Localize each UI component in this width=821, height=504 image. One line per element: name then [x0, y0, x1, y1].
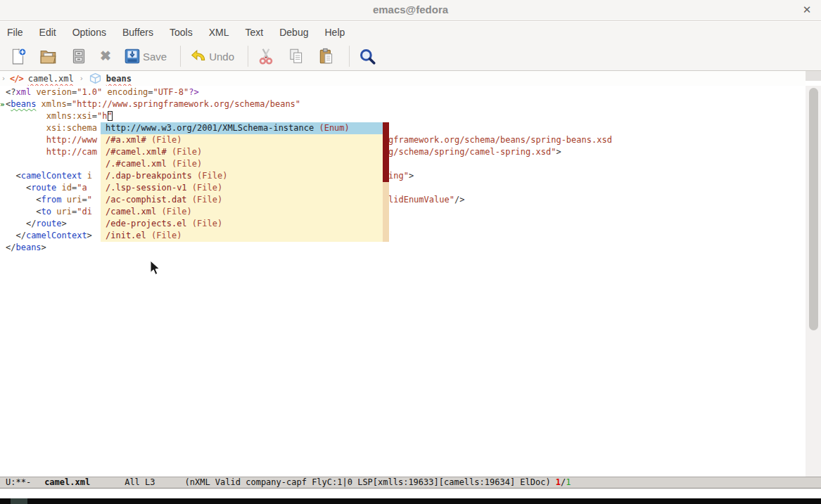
completion-annotation: (File) — [167, 147, 203, 157]
undo-button[interactable]: Undo — [189, 47, 234, 65]
menu-tools[interactable]: Tools — [168, 25, 194, 39]
new-file-icon — [9, 47, 27, 65]
completion-item[interactable]: /.#camel.xml (File) — [101, 158, 389, 170]
code-line: <from uri=" — [6, 194, 92, 206]
search-icon — [358, 47, 376, 65]
paste-icon — [317, 47, 336, 65]
completion-label: /.dap-breakpoints — [106, 171, 192, 181]
open-file-button[interactable] — [39, 47, 58, 65]
text-cursor: " — [108, 111, 113, 121]
popup-scrollbar[interactable] — [383, 122, 389, 242]
breadcrumb: › </> camel.xml › beans — [0, 71, 806, 86]
close-buffer-icon: ✖ — [100, 48, 111, 65]
xml-file-icon: </> — [10, 74, 23, 84]
completion-item[interactable]: /.dap-breakpoints (File) — [101, 170, 389, 182]
modeline: U:**-camel.xmlAll L3(nXML Valid company-… — [0, 477, 821, 489]
completion-label: /ede-projects.el — [106, 219, 187, 228]
completion-annotation: (Enum) — [314, 123, 350, 133]
modeline-count-total: 1 — [566, 477, 571, 487]
breadcrumb-file[interactable]: camel.xml — [28, 74, 74, 84]
code-line: xsi:schema — [6, 122, 97, 134]
completion-annotation: (File) — [192, 171, 228, 181]
completion-label: /.lsp-session-v1 — [106, 183, 187, 193]
completion-item[interactable]: http://www.w3.org/2001/XMLSchema-instanc… — [101, 122, 389, 134]
save-button[interactable]: Save — [123, 47, 167, 65]
toolbar-separator — [180, 46, 181, 67]
menu-help[interactable]: Help — [323, 25, 346, 39]
window-close-icon[interactable]: ✕ — [800, 3, 814, 17]
emacs-window: emacs@fedora ✕ FileEditOptionsBuffersToo… — [0, 0, 821, 504]
desktop-edge — [0, 498, 821, 504]
completion-annotation: (File) — [187, 219, 223, 228]
menu-options[interactable]: Options — [71, 25, 108, 39]
echo-area[interactable] — [0, 489, 821, 498]
completion-label: /#a.xml# — [106, 135, 146, 145]
menu-text[interactable]: Text — [244, 25, 265, 39]
code-line: xmlns:xsi="h" — [6, 110, 113, 122]
completion-annotation: (File) — [146, 135, 182, 145]
toolbar: ✖ Save Undo — [0, 42, 821, 71]
code-fragment: g/schema/spring/camel-spring.xsd"> — [388, 146, 561, 158]
code-line: </beans> — [6, 242, 46, 254]
completion-item[interactable]: /ac-comphist.dat (File) — [101, 194, 389, 206]
cut-button[interactable] — [257, 47, 275, 65]
menu-edit[interactable]: Edit — [38, 25, 58, 39]
completion-item[interactable]: /ede-projects.el (File) — [101, 218, 389, 230]
menu-debug[interactable]: Debug — [278, 25, 310, 39]
completion-item[interactable]: /camel.xml (File) — [101, 206, 389, 218]
fringe-continuation-icon: » — [0, 98, 6, 110]
directory-button[interactable] — [70, 47, 88, 65]
scrollbar-top-cap — [806, 71, 821, 81]
toolbar-separator — [248, 46, 248, 67]
code-line: </camelContext> — [6, 230, 92, 242]
completion-annotation: (File) — [156, 207, 192, 217]
new-file-button[interactable] — [9, 47, 27, 65]
menu-file[interactable]: File — [6, 25, 25, 39]
code-line: http://www — [6, 134, 97, 146]
completion-annotation: (File) — [146, 231, 182, 240]
file-cabinet-icon — [70, 47, 88, 65]
breadcrumb-separator: › — [79, 75, 84, 82]
save-icon — [123, 47, 141, 65]
completion-item[interactable]: /#a.xml# (File) — [101, 134, 389, 146]
modeline-position[interactable]: All L3 — [125, 477, 155, 487]
breadcrumb-element[interactable]: beans — [106, 74, 132, 84]
vertical-scrollbar[interactable] — [806, 86, 821, 477]
completion-label: /init.el — [106, 231, 146, 240]
completion-item[interactable]: /init.el (File) — [101, 230, 389, 242]
modeline-buffer-name[interactable]: camel.xml — [44, 477, 90, 487]
code-line: <to uri="di — [6, 206, 92, 218]
code-fragment: gframework.org/schema/beans/spring-beans… — [388, 134, 612, 146]
code-line: </route> — [6, 218, 67, 230]
modeline-count-current: 1 — [556, 477, 561, 487]
code-line: <route id="a — [6, 182, 87, 194]
completion-annotation: (File) — [187, 183, 223, 193]
toolbar-separator — [349, 46, 350, 67]
cube-icon — [89, 72, 101, 84]
window-title: emacs@fedora — [0, 4, 821, 15]
paste-button[interactable] — [317, 47, 336, 65]
save-label: Save — [143, 51, 167, 63]
popup-scrollbar-thumb[interactable] — [383, 122, 389, 182]
breadcrumb-scroll-indicator: › — [1, 75, 6, 82]
undo-icon — [189, 47, 208, 65]
copy-icon — [287, 47, 305, 65]
search-button[interactable] — [358, 47, 376, 65]
copy-button[interactable] — [287, 47, 305, 65]
mouse-pointer-icon — [150, 260, 161, 276]
completion-label: /camel.xml — [106, 207, 156, 217]
close-buffer-button[interactable]: ✖ — [100, 48, 111, 65]
menu-buffers[interactable]: Buffers — [121, 25, 155, 39]
vertical-scrollbar-thumb[interactable] — [809, 88, 818, 330]
modeline-state[interactable]: U:**- — [6, 477, 31, 487]
completion-item[interactable]: /.lsp-session-v1 (File) — [101, 182, 389, 194]
desktop-edge-patch — [11, 498, 27, 504]
titlebar: emacs@fedora ✕ — [0, 0, 821, 21]
completion-item[interactable]: /#camel.xml# (File) — [101, 146, 389, 158]
modeline-modes[interactable]: (nXML Valid company-capf FlyC:1|0 LSP[xm… — [185, 477, 551, 487]
menu-xml[interactable]: XML — [208, 25, 231, 39]
code-line: <camelContext i — [6, 170, 92, 182]
cut-icon — [257, 47, 275, 65]
undo-label: Undo — [209, 51, 234, 63]
completion-label: /ac-comphist.dat — [106, 195, 187, 205]
